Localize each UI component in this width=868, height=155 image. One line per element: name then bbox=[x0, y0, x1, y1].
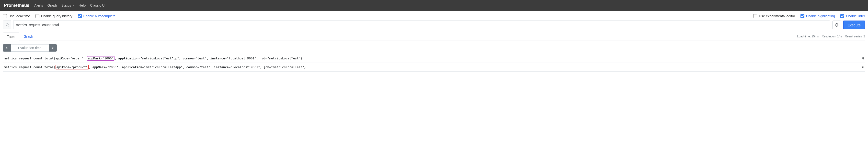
search-icon bbox=[3, 21, 11, 29]
nav-help[interactable]: Help bbox=[79, 3, 86, 7]
meta-resolution: Resolution: 14s bbox=[822, 35, 842, 38]
nav-classic[interactable]: Classic UI bbox=[90, 3, 105, 7]
eval-prev-button[interactable] bbox=[3, 44, 11, 52]
result-series-label: metrics_request_count_total{apiCode="ord… bbox=[4, 56, 857, 61]
local-time-checkbox[interactable] bbox=[3, 14, 7, 18]
result-value: 8 bbox=[857, 57, 864, 60]
result-series-label: metrics_request_count_total{apiCode="pro… bbox=[4, 65, 857, 69]
svg-point-0 bbox=[6, 24, 8, 26]
experimental-toggle[interactable]: Use experimental editor bbox=[753, 14, 795, 18]
nav-status[interactable]: Status bbox=[61, 3, 74, 7]
tabs-row: Table Graph Load time: 25ms Resolution: … bbox=[3, 32, 865, 41]
highlighting-checkbox[interactable] bbox=[801, 14, 804, 18]
table-row[interactable]: metrics_request_count_total{apiCode="pro… bbox=[3, 63, 865, 72]
nav-alerts[interactable]: Alerts bbox=[34, 3, 43, 7]
highlighting-label: Enable highlighting bbox=[806, 14, 835, 18]
linter-toggle[interactable]: Enable linter bbox=[840, 14, 865, 18]
svg-line-1 bbox=[8, 26, 9, 26]
autocomplete-toggle[interactable]: Enable autocomplete bbox=[78, 14, 116, 18]
results-table: metrics_request_count_total{apiCode="ord… bbox=[3, 54, 865, 72]
highlighting-toggle[interactable]: Enable highlighting bbox=[801, 14, 835, 18]
local-time-label: Use local time bbox=[8, 14, 30, 18]
linter-checkbox[interactable] bbox=[840, 14, 844, 18]
meta-series: Result series: 2 bbox=[845, 35, 865, 38]
local-time-toggle[interactable]: Use local time bbox=[3, 14, 30, 18]
eval-time-input[interactable]: Evaluation time bbox=[11, 44, 49, 52]
linter-label: Enable linter bbox=[846, 14, 865, 18]
query-history-label: Enable query history bbox=[41, 14, 72, 18]
globe-button[interactable] bbox=[832, 21, 841, 29]
nav-graph[interactable]: Graph bbox=[48, 3, 57, 7]
autocomplete-label: Enable autocomplete bbox=[84, 14, 116, 18]
experimental-checkbox[interactable] bbox=[753, 14, 757, 18]
options-row: Use local time Enable query history Enab… bbox=[0, 11, 868, 21]
brand[interactable]: Prometheus bbox=[4, 3, 29, 8]
eval-next-button[interactable] bbox=[49, 44, 57, 52]
query-row: metrics_request_count_total Execute bbox=[0, 21, 868, 31]
experimental-label: Use experimental editor bbox=[759, 14, 795, 18]
execute-button[interactable]: Execute bbox=[843, 21, 865, 29]
tab-graph[interactable]: Graph bbox=[19, 32, 37, 40]
autocomplete-checkbox[interactable] bbox=[78, 14, 82, 18]
query-history-checkbox[interactable] bbox=[35, 14, 39, 18]
query-history-toggle[interactable]: Enable query history bbox=[35, 14, 72, 18]
result-value: 6 bbox=[857, 65, 864, 69]
meta-load: Load time: 25ms bbox=[797, 35, 819, 38]
eval-time-row: Evaluation time bbox=[0, 41, 868, 54]
query-input[interactable]: metrics_request_count_total bbox=[13, 21, 830, 29]
table-row[interactable]: metrics_request_count_total{apiCode="ord… bbox=[3, 54, 865, 63]
navbar: Prometheus Alerts Graph Status Help Clas… bbox=[0, 0, 868, 11]
result-meta: Load time: 25ms Resolution: 14s Result s… bbox=[797, 35, 865, 38]
tab-table[interactable]: Table bbox=[3, 32, 19, 41]
